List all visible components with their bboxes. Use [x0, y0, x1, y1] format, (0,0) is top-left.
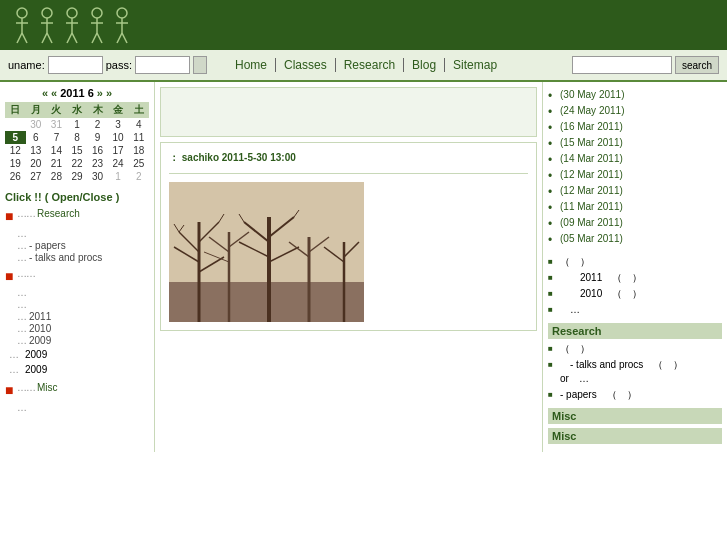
- right-date-text[interactable]: (12 Mar 2011): [560, 185, 623, 196]
- cal-cell[interactable]: 8: [67, 131, 88, 144]
- nav-classes[interactable]: Classes: [276, 58, 336, 72]
- cal-day-wed: 水: [67, 102, 88, 118]
- cal-cell[interactable]: 22: [67, 157, 88, 170]
- cal-cell[interactable]: 14: [46, 144, 67, 157]
- tree-line: …: [17, 240, 27, 251]
- cal-cell[interactable]: 18: [128, 144, 149, 157]
- tree-label-misc[interactable]: Misc: [37, 381, 58, 395]
- nav-research[interactable]: Research: [336, 58, 404, 72]
- tree-sub-label-talks[interactable]: - talks and procs: [29, 252, 102, 263]
- svg-line-9: [47, 33, 52, 43]
- right-date-text[interactable]: (12 Mar 2011): [560, 169, 623, 180]
- cal-cell[interactable]: 4: [128, 118, 149, 131]
- cal-cell[interactable]: 1: [108, 170, 129, 183]
- center-content: ： sachiko 2011-5-30 13:00: [155, 82, 542, 452]
- right-misc-header: Misc: [548, 408, 722, 424]
- right-general-item: ■ 2010 （ ）: [548, 287, 722, 301]
- cal-cell[interactable]: 27: [26, 170, 47, 183]
- nav-home[interactable]: Home: [227, 58, 276, 72]
- cal-next[interactable]: »: [97, 87, 103, 99]
- right-general-text[interactable]: （ ）: [560, 255, 590, 269]
- svg-point-0: [17, 8, 27, 18]
- cal-cell[interactable]: 6: [26, 131, 47, 144]
- search-button[interactable]: search: [675, 56, 719, 74]
- cal-cell[interactable]: 1: [67, 118, 88, 131]
- header: [0, 0, 727, 50]
- sq-bullet-icon: ■: [548, 305, 556, 314]
- cal-cell[interactable]: 31: [46, 118, 67, 131]
- cal-cell[interactable]: 11: [128, 131, 149, 144]
- tree-sub-label-2010[interactable]: 2010: [29, 323, 51, 334]
- tree-line: …: [17, 323, 27, 334]
- right-general-text[interactable]: 2010 （ ）: [560, 287, 642, 301]
- cal-cell[interactable]: 12: [5, 144, 26, 157]
- cal-cell[interactable]: 28: [46, 170, 67, 183]
- nav-sitemap[interactable]: Sitemap: [445, 58, 505, 72]
- cal-cell[interactable]: 2: [87, 118, 108, 131]
- tree-sub-label-papers[interactable]: - papers: [29, 240, 66, 251]
- cal-cell[interactable]: 10: [108, 131, 129, 144]
- cal-cell[interactable]: [5, 118, 26, 131]
- right-research-text-talks[interactable]: - talks and procs （ ） or …: [560, 358, 722, 386]
- tree-label-research[interactable]: Research: [37, 207, 80, 221]
- right-date-text[interactable]: (11 Mar 2011): [560, 201, 623, 212]
- cal-day-sat: 土: [128, 102, 149, 118]
- cal-prev-prev[interactable]: «: [42, 87, 48, 99]
- tree-sub-label-2009[interactable]: 2009: [29, 335, 51, 346]
- right-research-item-papers: ■ - papers （ ）: [548, 388, 722, 402]
- right-general-text[interactable]: 2011 （ ）: [560, 271, 642, 285]
- cal-cell[interactable]: 17: [108, 144, 129, 157]
- right-date-text[interactable]: (16 Mar 2011): [560, 121, 623, 132]
- right-date-text[interactable]: (15 Mar 2011): [560, 137, 623, 148]
- nav-blog[interactable]: Blog: [404, 58, 445, 72]
- right-research-text[interactable]: （ ）: [560, 342, 590, 356]
- cal-title: 2011 6: [60, 87, 94, 99]
- cal-cell[interactable]: 30: [87, 170, 108, 183]
- cal-cell[interactable]: 9: [87, 131, 108, 144]
- tree-label-2009a[interactable]: 2009: [25, 348, 47, 362]
- search-input[interactable]: [572, 56, 672, 74]
- cal-cell[interactable]: 13: [26, 144, 47, 157]
- cal-cell[interactable]: 20: [26, 157, 47, 170]
- content-meta: ： sachiko 2011-5-30 13:00: [169, 151, 528, 165]
- right-date-text[interactable]: (30 May 2011): [560, 89, 624, 100]
- cal-cell[interactable]: 26: [5, 170, 26, 183]
- cal-cell[interactable]: 2: [128, 170, 149, 183]
- tree-sub-label-2011[interactable]: 2011: [29, 311, 51, 322]
- cal-cell[interactable]: 7: [46, 131, 67, 144]
- navbar: uname: pass: Home Classes Research Blog …: [0, 50, 727, 82]
- cal-cell[interactable]: 24: [108, 157, 129, 170]
- cal-next-next[interactable]: »: [106, 87, 112, 99]
- cal-day-fri: 金: [108, 102, 129, 118]
- click-toggle[interactable]: Click !! ( Open/Close ): [5, 191, 149, 203]
- right-date-text[interactable]: (14 Mar 2011): [560, 153, 623, 164]
- cal-cell[interactable]: 23: [87, 157, 108, 170]
- right-general-text[interactable]: …: [560, 303, 580, 317]
- login-button[interactable]: [193, 56, 207, 74]
- cal-day-tue: 火: [46, 102, 67, 118]
- right-date-item: • (14 Mar 2011): [548, 153, 722, 167]
- right-research-text-papers[interactable]: - papers （ ）: [560, 388, 637, 402]
- cal-cell[interactable]: 19: [5, 157, 26, 170]
- cal-cell[interactable]: 21: [46, 157, 67, 170]
- tree-line: …: [9, 348, 19, 362]
- cal-cell[interactable]: 16: [87, 144, 108, 157]
- sq-bullet-icon: ■: [548, 289, 556, 298]
- right-date-text[interactable]: (09 Mar 2011): [560, 217, 623, 228]
- tree-label-2009b[interactable]: 2009: [25, 363, 47, 377]
- username-input[interactable]: [48, 56, 103, 74]
- cal-cell[interactable]: 15: [67, 144, 88, 157]
- bullet-icon: •: [548, 185, 556, 199]
- password-input[interactable]: [135, 56, 190, 74]
- right-date-text[interactable]: (24 May 2011): [560, 105, 624, 116]
- cal-cell[interactable]: 30: [26, 118, 47, 131]
- right-date-item: • (15 Mar 2011): [548, 137, 722, 151]
- cal-cell[interactable]: 3: [108, 118, 129, 131]
- cal-cell[interactable]: 29: [67, 170, 88, 183]
- right-date-text[interactable]: (05 Mar 2011): [560, 233, 623, 244]
- sq-bullet-icon: ■: [548, 257, 556, 266]
- cal-cell[interactable]: 25: [128, 157, 149, 170]
- cal-prev[interactable]: «: [51, 87, 57, 99]
- meta-date: 2011-5-30 13:00: [222, 152, 296, 163]
- cal-cell-today[interactable]: 5: [5, 131, 26, 144]
